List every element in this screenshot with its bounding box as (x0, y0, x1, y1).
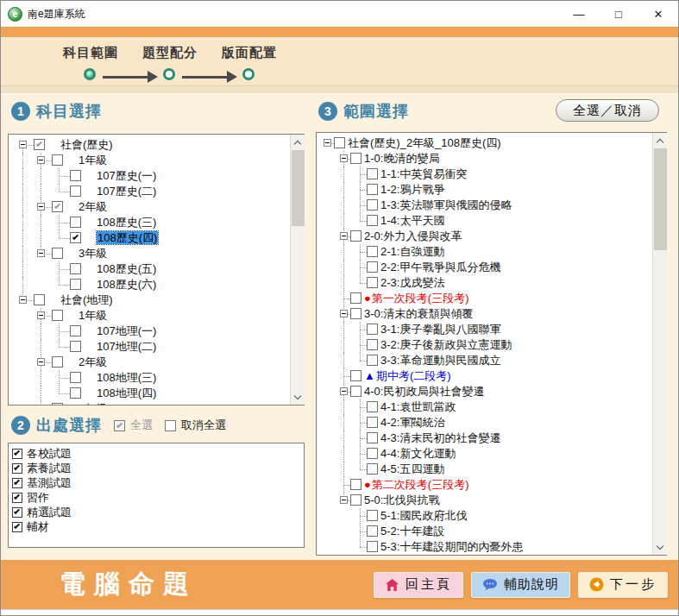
tree-item-label[interactable]: ▲期中考(二段考) (364, 368, 451, 384)
tree-row[interactable]: 4-3:清末民初的社會變遷 (317, 431, 666, 446)
tree-item-label[interactable]: 5-1:國民政府北伐 (380, 508, 467, 524)
vertical-scrollbar[interactable] (290, 135, 305, 405)
tree-row[interactable]: 5-2:十年建設 (317, 524, 666, 539)
tree-row[interactable]: 4-2:軍閥統治 (317, 415, 666, 431)
tree-checkbox[interactable] (70, 341, 81, 352)
scroll-down-icon[interactable] (653, 540, 667, 554)
source-item-checkbox[interactable] (12, 449, 22, 459)
tree-expander-minus-icon[interactable] (340, 387, 348, 395)
tree-item-label[interactable]: 108歷史(六) (97, 277, 156, 292)
tree-checkbox[interactable] (367, 417, 378, 428)
tree-row[interactable]: 5-0:北伐與抗戰 (317, 493, 666, 508)
source-item-checkbox[interactable] (12, 463, 22, 474)
minimize-button[interactable]: — (559, 1, 599, 27)
tree-item-label[interactable]: 社會(歷史)_2年級_108歷史(四) (348, 135, 501, 151)
tree-row[interactable]: 107歷史(一) (9, 168, 304, 184)
tree-expander-minus-icon[interactable] (19, 296, 27, 304)
tree-expander-minus-icon[interactable] (37, 156, 45, 164)
scrollbar-thumb[interactable] (292, 150, 305, 226)
tree-item-label[interactable]: 3年級 (79, 246, 107, 261)
tree-item-label[interactable]: ●第一次段考(三段考) (364, 291, 469, 306)
tree-item-label[interactable]: 2-0:外力入侵與改革 (364, 229, 462, 244)
tree-row[interactable]: 5-1:國民政府北伐 (317, 508, 666, 524)
tree-expander-minus-icon[interactable] (324, 139, 331, 147)
tree-checkbox[interactable] (367, 168, 378, 179)
tree-checkbox[interactable] (70, 217, 81, 228)
tree-checkbox[interactable] (350, 230, 362, 242)
tree-row[interactable]: 3-2:庚子後新政與立憲運動 (317, 337, 666, 353)
tree-checkbox[interactable] (367, 401, 378, 412)
tree-row[interactable]: 社會(歷史) (9, 137, 304, 153)
tree-row[interactable]: 107地理(一) (9, 324, 304, 339)
tree-checkbox[interactable] (367, 199, 378, 211)
deselect-all-checkbox[interactable] (165, 420, 176, 431)
tree-checkbox[interactable] (367, 432, 378, 443)
tree-item-label[interactable]: 4-3:清末民初的社會變遷 (380, 431, 500, 446)
tree-item-label[interactable]: 4-2:軍閥統治 (380, 415, 444, 431)
tree-row[interactable]: 4-5:五四運動 (317, 462, 666, 477)
tree-checkbox[interactable] (367, 261, 378, 273)
tree-row[interactable]: 社會(歷史)_2年級_108歷史(四) (317, 135, 666, 151)
tree-checkbox[interactable] (70, 232, 81, 243)
tree-row[interactable]: 107地理(二) (9, 339, 304, 355)
tree-row[interactable]: 108歷史(六) (9, 277, 304, 292)
tree-row[interactable]: 108地理(四) (9, 386, 304, 401)
tree-checkbox[interactable] (367, 448, 378, 459)
source-item-checkbox[interactable] (12, 493, 22, 503)
source-list-item[interactable]: 精選試題 (12, 505, 300, 519)
tree-checkbox[interactable] (350, 479, 362, 490)
tree-row[interactable]: 4-1:袁世凱當政 (317, 399, 666, 415)
tree-item-label[interactable]: 108歷史(三) (97, 215, 156, 230)
tree-row[interactable]: 4-4:新文化運動 (317, 446, 666, 462)
tree-expander-minus-icon[interactable] (37, 249, 45, 257)
tree-checkbox[interactable] (70, 279, 81, 290)
tree-checkbox[interactable] (52, 154, 63, 166)
tree-item-label[interactable]: 社會(歷史) (60, 137, 113, 153)
tree-checkbox[interactable] (350, 370, 362, 381)
scroll-up-icon[interactable] (653, 134, 667, 148)
source-list-item[interactable]: 習作 (12, 490, 300, 505)
subject-tree[interactable]: 社會(歷史)1年級107歷史(一)107歷史(二)2年級108歷史(三)108歷… (8, 134, 305, 405)
tree-item-label[interactable]: 4-1:袁世凱當政 (380, 399, 456, 415)
tree-row[interactable]: 2-2:甲午戰爭與瓜分危機 (317, 260, 666, 275)
tree-checkbox[interactable] (70, 325, 81, 336)
tree-row[interactable]: 社會(地理) (9, 292, 304, 308)
deselect-all-option[interactable]: 取消全選 (165, 418, 226, 433)
tree-expander-minus-icon[interactable] (340, 496, 348, 504)
source-list-item[interactable]: 素養試題 (12, 461, 300, 475)
tree-row[interactable]: 107歷史(二) (9, 184, 304, 199)
tree-checkbox[interactable] (52, 248, 63, 259)
tree-item-label[interactable]: 1-4:太平天國 (380, 213, 444, 229)
source-list-item[interactable]: 輔材 (12, 519, 300, 534)
tree-expander-minus-icon[interactable] (37, 358, 45, 366)
tree-row[interactable]: 1-0:晚清的變局 (317, 151, 666, 167)
tree-checkbox[interactable] (334, 137, 345, 148)
source-item-checkbox[interactable] (12, 507, 22, 518)
tree-item-label[interactable]: 5-3:十年建設期間的內憂外患 (380, 539, 523, 555)
tree-item-label[interactable]: 1-0:晚清的變局 (364, 151, 439, 167)
source-list-item[interactable]: 基測試題 (12, 475, 300, 490)
tree-row[interactable]: 2-1:自強運動 (317, 244, 666, 260)
tree-row[interactable]: 2年級 (9, 199, 304, 215)
tree-item-label[interactable]: 108歷史(四) (97, 230, 158, 246)
tree-expander-minus-icon[interactable] (19, 141, 27, 148)
tree-checkbox[interactable] (367, 324, 378, 335)
tree-row[interactable]: 2-0:外力入侵與改革 (317, 229, 666, 244)
tree-row[interactable]: 3年級 (9, 246, 304, 261)
tree-row[interactable]: 3-0:清末的衰頹與傾覆 (317, 306, 666, 322)
tree-row[interactable]: 5-3:十年建設期間的內憂外患 (317, 539, 666, 555)
tree-checkbox[interactable] (70, 387, 81, 399)
tree-row[interactable]: 1-4:太平天國 (317, 213, 666, 229)
tree-item-label[interactable]: 107歷史(二) (97, 184, 156, 199)
tree-row[interactable]: 2年級 (9, 355, 304, 370)
tree-checkbox[interactable] (52, 201, 63, 212)
tree-checkbox[interactable] (367, 215, 378, 226)
tree-item-label[interactable]: 107地理(一) (97, 324, 156, 339)
tree-row[interactable]: 1-2:鴉片戰爭 (317, 182, 666, 198)
tree-item-label[interactable]: 107地理(二) (97, 339, 156, 355)
tree-item-label[interactable]: 2年級 (79, 355, 107, 370)
tree-checkbox[interactable] (367, 510, 378, 521)
tree-row[interactable]: 1年級 (9, 308, 304, 324)
tree-item-label[interactable]: 1-2:鴉片戰爭 (380, 182, 444, 198)
tree-row[interactable]: ▲期中考(二段考) (317, 368, 666, 384)
